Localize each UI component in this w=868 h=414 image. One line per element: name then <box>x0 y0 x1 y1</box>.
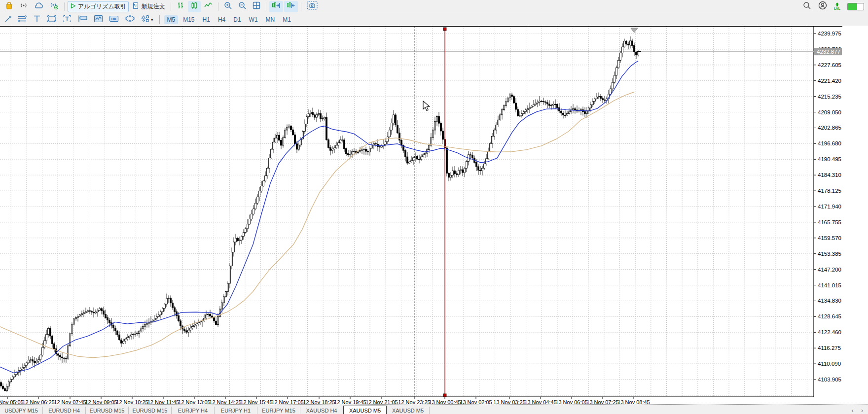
chart-tab-USDJPY-M15[interactable]: USDJPY M15 <box>0 407 43 414</box>
dialog-ok-button[interactable]: OK <box>107 14 121 25</box>
svg-text:4227.605: 4227.605 <box>818 62 841 68</box>
shift-end-button[interactable] <box>269 1 283 12</box>
svg-text:12 Nov 10:25: 12 Nov 10:25 <box>116 399 148 404</box>
svg-text:4141.015: 4141.015 <box>818 282 841 288</box>
svg-text:12 Nov 17:05: 12 Nov 17:05 <box>271 399 303 404</box>
timeframe-H4[interactable]: H4 <box>215 15 228 24</box>
svg-text:4171.940: 4171.940 <box>818 204 841 209</box>
ellipse-tool-button[interactable] <box>122 14 138 25</box>
svg-text:13 Nov 00:45: 13 Nov 00:45 <box>429 399 461 404</box>
svg-text:13 Nov 06:05: 13 Nov 06:05 <box>555 399 587 404</box>
price-chart[interactable]: 4239.9754233.7904227.6054221.4204215.235… <box>0 26 868 404</box>
timeframe-MN[interactable]: MN <box>263 15 278 24</box>
svg-text:12 Nov 21:05: 12 Nov 21:05 <box>365 399 398 404</box>
chart-tab-EURJPY-M15[interactable]: EURJPY M15 <box>257 407 300 414</box>
svg-text:4128.645: 4128.645 <box>818 313 841 319</box>
ok-button-icon: OK <box>109 15 119 24</box>
chart-tab-XAUUSD-M5[interactable]: XAUUSD M5 <box>343 406 387 414</box>
svg-text:12 Nov 09:05: 12 Nov 09:05 <box>85 399 117 404</box>
chart-tab-EURUSD-M15[interactable]: EURUSD M15 <box>86 407 129 414</box>
timeframe-M5[interactable]: M5 <box>164 15 179 24</box>
price-label-tool-button[interactable] <box>75 14 90 25</box>
tile-windows-button[interactable] <box>250 1 263 12</box>
chart-tab-EURJPY-H1[interactable]: EURJPY H1 <box>215 407 257 414</box>
rectangle-tool-button[interactable] <box>44 14 59 25</box>
chart-window[interactable]: 4239.9754233.7904227.6054221.4204215.235… <box>0 26 868 404</box>
level-label: LVL <box>834 7 840 10</box>
timeframe-D1[interactable]: D1 <box>230 15 244 24</box>
account-icon[interactable] <box>818 1 827 12</box>
bars-icon <box>177 1 184 11</box>
candle-chart-mode-button[interactable] <box>188 1 201 12</box>
cloud-button[interactable] <box>32 1 46 12</box>
chart-tab-EURJPY-H4[interactable]: EURJPY H4 <box>172 407 215 414</box>
parallel-lines-icon <box>17 15 27 25</box>
svg-text:12 Nov 06:25: 12 Nov 06:25 <box>22 399 54 404</box>
timeframe-M15[interactable]: M15 <box>180 15 197 24</box>
timeframe-button-group: M5M15H1H4D1W1MNM1 <box>163 15 295 24</box>
toolbar-separator <box>159 15 160 24</box>
svg-text:OK: OK <box>111 17 117 21</box>
svg-text:4147.200: 4147.200 <box>818 267 841 273</box>
indicator-window-button[interactable] <box>91 14 106 25</box>
vps-button[interactable] <box>47 1 61 12</box>
algo-trading-button[interactable]: アルゴリズム取引 <box>68 1 129 12</box>
svg-text:12 Nov 05:05: 12 Nov 05:05 <box>0 399 24 404</box>
candles-arrow-left-icon <box>287 1 295 11</box>
toolbar-separator <box>171 2 171 11</box>
svg-text:4134.830: 4134.830 <box>818 298 841 304</box>
svg-text:4202.865: 4202.865 <box>818 125 841 131</box>
chart-tab-EURUSD-H4[interactable]: EURUSD H4 <box>43 407 86 414</box>
channel-tool-button[interactable] <box>15 14 30 25</box>
signals-button[interactable] <box>17 1 31 12</box>
toolbar-separator <box>218 2 218 11</box>
chart-tab-EURUSD-M15[interactable]: EURUSD M15 <box>129 407 172 414</box>
trendline-tool-button[interactable] <box>2 14 14 25</box>
search-icon[interactable] <box>803 1 811 12</box>
tile-windows-icon <box>253 1 260 11</box>
chart-tab-XAUUSD-H4[interactable]: XAUUSD H4 <box>300 407 343 414</box>
market-button[interactable] <box>2 1 16 12</box>
shapes-dropdown-button[interactable]: ▾ <box>139 14 156 25</box>
candlestick-icon <box>190 1 198 11</box>
svg-text:4122.460: 4122.460 <box>818 329 841 335</box>
tab-scroll-arrows[interactable]: ‹ › <box>852 407 866 414</box>
svg-text:4221.420: 4221.420 <box>818 78 841 84</box>
level-up-icon[interactable]: LVL <box>834 2 840 10</box>
shopping-bag-icon <box>5 1 13 12</box>
price-label-icon <box>77 15 88 24</box>
trendline-icon <box>5 15 11 24</box>
timeframe-W1[interactable]: W1 <box>246 15 261 24</box>
svg-text:12 Nov 11:45: 12 Nov 11:45 <box>147 399 180 404</box>
svg-text:4116.275: 4116.275 <box>818 345 841 351</box>
bar-chart-mode-button[interactable] <box>174 1 187 12</box>
svg-text:4184.310: 4184.310 <box>818 172 841 178</box>
svg-text:4103.905: 4103.905 <box>818 377 841 382</box>
zoom-out-icon <box>238 1 247 12</box>
svg-text:4190.495: 4190.495 <box>818 156 841 162</box>
line-chart-mode-button[interactable] <box>202 1 215 12</box>
text-icon <box>63 15 72 25</box>
zoom-in-button[interactable] <box>221 1 235 12</box>
auto-scroll-button[interactable] <box>284 1 298 12</box>
battery-indicator <box>847 3 864 10</box>
cloud-icon <box>34 2 43 11</box>
text-tool-button[interactable] <box>60 14 74 25</box>
candles-arrow-right-icon <box>272 1 281 11</box>
timeframe-M1[interactable]: M1 <box>280 15 294 24</box>
svg-text:13 Nov 03:25: 13 Nov 03:25 <box>493 399 525 404</box>
screenshot-button[interactable] <box>304 1 320 12</box>
main-toolbar: アルゴリズム取引 新規注文 <box>0 0 868 13</box>
play-icon <box>70 2 76 11</box>
line-chart-icon <box>204 1 213 11</box>
chart-tab-XAUUSD-M5[interactable]: XAUUSD M5 <box>387 407 430 414</box>
svg-text:12 Nov 15:45: 12 Nov 15:45 <box>240 399 272 404</box>
algo-trading-label: アルゴリズム取引 <box>78 2 126 11</box>
vertical-line-tool-button[interactable] <box>31 14 43 25</box>
chevron-down-icon: ▾ <box>151 17 153 22</box>
new-order-button[interactable]: 新規注文 <box>130 1 168 12</box>
svg-text:12 Nov 19:45: 12 Nov 19:45 <box>334 399 366 404</box>
zoom-out-button[interactable] <box>236 1 249 12</box>
timeframe-H1[interactable]: H1 <box>200 15 213 24</box>
t-line-icon <box>33 15 41 24</box>
